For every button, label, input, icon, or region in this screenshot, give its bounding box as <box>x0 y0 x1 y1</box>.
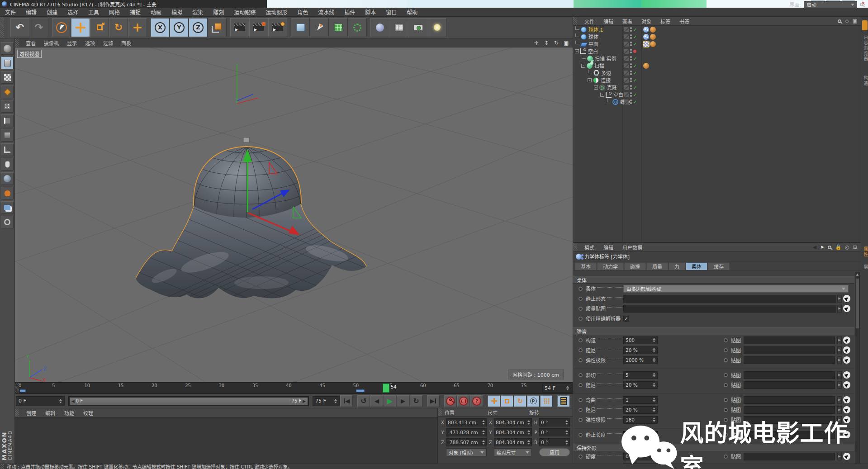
enabled-check-icon[interactable]: ✓ <box>633 42 637 47</box>
maximize-icon[interactable]: ▣ <box>563 40 570 46</box>
gizmo-anchor-cube[interactable] <box>243 137 249 142</box>
visibility-dots-icon[interactable] <box>630 42 632 46</box>
visibility-dots-icon[interactable] <box>630 63 632 68</box>
tree-row-连接[interactable]: -连接✓ <box>573 76 861 84</box>
layer-box-icon[interactable] <box>624 63 629 68</box>
expand-arrow-icon[interactable]: ▶ <box>837 431 842 439</box>
mouse-input-button[interactable] <box>1 158 14 171</box>
animation-dot-icon[interactable] <box>579 398 583 402</box>
visibility-toggles[interactable]: ✓ <box>624 27 637 32</box>
tab-layers[interactable]: 层 <box>862 265 868 270</box>
menu-item-选项[interactable]: 选项 <box>81 39 99 47</box>
animation-dot-icon[interactable] <box>724 408 728 412</box>
search-icon[interactable] <box>838 19 841 23</box>
menu-item-编辑[interactable]: 编辑 <box>21 8 42 16</box>
tree-row-空白[interactable]: -空白✓ <box>573 91 861 98</box>
stepper-icon[interactable] <box>653 358 655 362</box>
drag-handle[interactable] <box>573 243 577 251</box>
menu-item-编辑[interactable]: 编辑 <box>599 244 618 251</box>
visibility-toggles[interactable]: ✓ <box>624 42 637 47</box>
expand-arrow-icon[interactable]: ▶ <box>837 295 842 303</box>
enabled-check-icon[interactable]: ✓ <box>633 85 637 90</box>
attribute-scrollbar[interactable]: ▲ ▼ <box>855 272 860 468</box>
search-icon[interactable] <box>860 3 863 6</box>
expand-arrow-icon[interactable]: ▶ <box>837 356 842 364</box>
layer-box-icon[interactable] <box>624 42 629 47</box>
menu-item-模式[interactable]: 模式 <box>580 244 599 251</box>
move-button[interactable] <box>71 18 90 37</box>
menu-item-脚本[interactable]: 脚本 <box>360 8 381 16</box>
timeline-ruler[interactable]: 54 F 05101520253035404550556065707554 <box>15 382 573 394</box>
uv-mode-button[interactable] <box>1 85 14 98</box>
texture-mode-button[interactable] <box>1 71 14 84</box>
stepper-icon[interactable] <box>653 417 655 422</box>
value-field[interactable]: 0 <box>623 453 658 460</box>
play-forward-button[interactable]: ▶ <box>384 395 396 407</box>
history-back-icon[interactable]: ◀ <box>813 244 816 250</box>
menu-item-流水线[interactable]: 流水线 <box>313 8 339 16</box>
frame-icon[interactable]: ▣ <box>853 18 857 24</box>
dyn-tag-icon[interactable] <box>650 41 656 47</box>
expand-arrow-icon[interactable]: ▶ <box>837 336 842 344</box>
pick-cursor-icon[interactable] <box>843 396 850 403</box>
menu-item-文件[interactable]: 文件 <box>580 18 599 25</box>
link-field[interactable] <box>623 295 836 303</box>
visibility-toggles[interactable]: ✓ <box>624 56 637 61</box>
animation-dot-icon[interactable] <box>579 373 583 377</box>
pick-cursor-icon[interactable] <box>843 406 850 413</box>
enabled-check-icon[interactable]: ✓ <box>633 63 637 68</box>
menu-item-标签[interactable]: 标签 <box>656 18 675 25</box>
stepper-icon[interactable] <box>527 420 530 425</box>
stepper-icon[interactable] <box>565 440 568 445</box>
tab-基本[interactable]: 基本 <box>575 262 597 270</box>
edges-mode-button[interactable] <box>1 114 14 127</box>
menu-item-插件[interactable]: 插件 <box>339 8 360 16</box>
drag-handle[interactable] <box>438 408 442 416</box>
render-to-picture-viewer-button[interactable] <box>249 18 268 37</box>
menu-item-摄像机[interactable]: 摄像机 <box>40 39 63 47</box>
tab-力[interactable]: 力 <box>669 262 685 270</box>
menu-item-显示[interactable]: 显示 <box>63 39 81 47</box>
next-frame-button[interactable]: ▶ <box>397 395 409 407</box>
animation-dot-icon[interactable] <box>579 408 583 412</box>
sim-tag-icon[interactable] <box>643 34 649 40</box>
animation-dot-icon[interactable] <box>724 348 728 352</box>
axis-y-button[interactable]: Y <box>170 18 189 37</box>
expand-arrow-icon[interactable]: ▶ <box>837 453 842 460</box>
redo-button[interactable]: ↷ <box>29 18 48 37</box>
pick-cursor-icon[interactable] <box>843 295 850 302</box>
tree-row-克隆[interactable]: -克隆✓ <box>573 84 861 91</box>
frame-spinner[interactable]: 0 F <box>16 396 65 406</box>
value-field[interactable]: 20 % <box>623 406 658 414</box>
layer-box-icon[interactable] <box>624 85 629 90</box>
live-selection-button[interactable] <box>52 18 71 37</box>
goto-start-button[interactable]: ◀ <box>340 395 353 407</box>
value-field[interactable]: 100 % <box>623 431 658 439</box>
expander-icon[interactable]: - <box>594 85 598 90</box>
animation-dot-icon[interactable] <box>724 433 728 437</box>
value-field[interactable]: 20 % <box>623 381 658 389</box>
tree-row-扫描 实例[interactable]: 扫描 实例✓ <box>573 55 861 62</box>
drag-handle[interactable] <box>0 464 4 469</box>
tab-content-browser[interactable]: 内容浏览器 <box>862 35 868 62</box>
stepper-icon[interactable] <box>59 399 62 403</box>
coord-field[interactable]: 803.413 cm <box>446 418 487 426</box>
interface-dropdown[interactable]: 启动 <box>804 1 857 8</box>
stepper-icon[interactable] <box>653 348 655 352</box>
animation-dot-icon[interactable] <box>724 358 728 362</box>
scale-button[interactable] <box>90 18 109 37</box>
tab-attributes[interactable]: 属性 <box>862 246 868 257</box>
coord-field[interactable]: 0 ° <box>539 438 570 446</box>
tree-row-多边[interactable]: 多边✓ <box>573 69 861 76</box>
pick-cursor-icon[interactable] <box>843 381 850 388</box>
expand-arrow-icon[interactable]: ▶ <box>837 346 842 354</box>
visibility-toggles[interactable]: ✓ <box>624 63 637 68</box>
attribute-dropdown[interactable]: 由多边形/线构成 <box>623 285 849 293</box>
stepper-icon[interactable] <box>653 432 655 437</box>
expander-icon[interactable]: - <box>588 78 592 82</box>
goto-end-button[interactable]: ▶ <box>427 395 440 407</box>
stepper-icon[interactable] <box>565 420 568 425</box>
timeline-window-button[interactable] <box>557 395 570 407</box>
simulate-sphere-button[interactable] <box>370 18 389 37</box>
key-rotation-button[interactable]: ↻ <box>514 395 526 407</box>
